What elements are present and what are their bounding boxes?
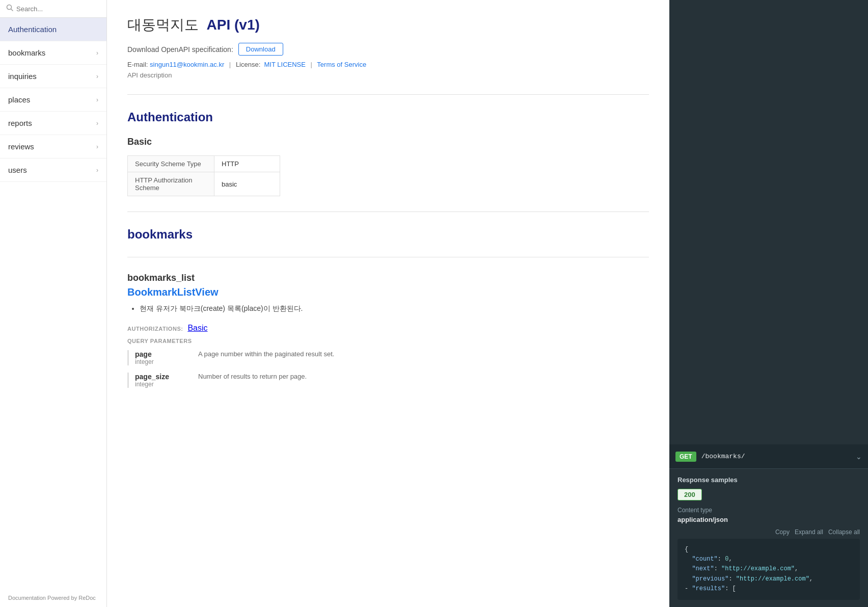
expand-all-button[interactable]: Expand all — [795, 529, 823, 536]
section-divider-bookmarks2 — [127, 257, 649, 257]
right-panel-top — [669, 0, 868, 444]
table-row: Security Scheme Type HTTP — [128, 156, 280, 172]
sidebar-item-bookmarks[interactable]: bookmarks › — [0, 41, 106, 65]
chevron-right-icon: › — [96, 73, 98, 80]
endpoint-title: bookmarks_list — [127, 273, 649, 283]
bullet-list: 현재 유저가 북마크(create) 목록(place)이 반환된다. — [127, 304, 649, 313]
page-title: 대동먹지도 API (v1) — [127, 15, 649, 35]
code-block: { "count": 0, "next": "http://example.co… — [677, 539, 860, 600]
terms-link[interactable]: Terms of Service — [317, 61, 366, 68]
param-page-size-row: page_size integer Number of results to r… — [127, 373, 649, 388]
status-badge[interactable]: 200 — [677, 489, 702, 500]
search-input[interactable] — [16, 5, 100, 13]
auth-table: Security Scheme Type HTTP HTTP Authoriza… — [127, 155, 280, 196]
chevron-right-icon: › — [96, 49, 98, 57]
code-line: "next": "http://example.com", — [685, 564, 853, 574]
param-page-size-description: Number of results to return per page. — [198, 373, 307, 380]
table-cell-value: HTTP — [214, 156, 280, 172]
chevron-right-icon: › — [96, 167, 98, 174]
code-line: "previous": "http://example.com", — [685, 574, 853, 584]
param-page-row: page integer A page number within the pa… — [127, 350, 649, 365]
endpoint-bar: GET /bookmarks/ ⌄ — [669, 444, 868, 469]
search-icon — [6, 4, 13, 13]
bookmarks-section-title: bookmarks — [127, 227, 649, 242]
query-params-label: QUERY PARAMETERS — [127, 338, 649, 344]
table-cell-label: Security Scheme Type — [128, 156, 214, 172]
sidebar-item-reviews[interactable]: reviews › — [0, 135, 106, 159]
content-type-label: Content type — [677, 507, 860, 514]
chevron-right-icon: › — [96, 120, 98, 127]
param-page-description: A page number within the paginated resul… — [198, 350, 334, 358]
main-content: 대동먹지도 API (v1) Download OpenAPI specific… — [107, 0, 669, 607]
sidebar-item-inquiries[interactable]: inquiries › — [0, 65, 106, 88]
section-divider-bookmarks — [127, 212, 649, 212]
chevron-down-icon[interactable]: ⌄ — [856, 453, 862, 461]
prev-link[interactable]: "http://example.com" — [736, 575, 809, 583]
table-cell-value: basic — [214, 172, 280, 196]
powered-by-footer: Documentation Powered by ReDoc — [0, 589, 106, 607]
right-panel: GET /bookmarks/ ⌄ Response samples 200 C… — [669, 0, 868, 607]
sidebar-item-users[interactable]: users › — [0, 159, 106, 182]
code-line: - "results": [ — [685, 584, 853, 594]
authorizations-row: AUTHORIZATIONS: Basic — [127, 324, 649, 333]
redoc-link[interactable]: Documentation Powered by ReDoc — [8, 595, 96, 601]
table-row: HTTP Authorization Scheme basic — [128, 172, 280, 196]
sidebar-item-reports[interactable]: reports › — [0, 112, 106, 135]
content-type-value: application/json — [677, 516, 860, 523]
param-page-name: page integer — [135, 350, 186, 365]
sidebar-item-places[interactable]: places › — [0, 88, 106, 112]
method-badge: GET — [675, 452, 696, 462]
code-line: { — [685, 545, 853, 555]
sidebar: Authentication bookmarks › inquiries › p… — [0, 0, 107, 607]
param-page-size-name: page_size integer — [135, 373, 186, 388]
endpoint-path: /bookmarks/ — [701, 453, 851, 460]
auth-section-title: Authentication — [127, 110, 649, 124]
download-row: Download OpenAPI specification: Download — [127, 43, 649, 56]
table-cell-label: HTTP Authorization Scheme — [128, 172, 214, 196]
endpoint-class-title: BookmarkListView — [127, 286, 649, 298]
search-box[interactable] — [0, 0, 106, 18]
download-button[interactable]: Download — [238, 43, 283, 56]
response-section: Response samples 200 Content type applic… — [669, 469, 868, 607]
svg-line-1 — [11, 9, 13, 11]
copy-button[interactable]: Copy — [775, 529, 790, 536]
email-link[interactable]: singun11@kookmin.ac.kr — [150, 61, 224, 68]
collapse-all-button[interactable]: Collapse all — [828, 529, 860, 536]
next-link[interactable]: "http://example.com" — [721, 565, 795, 572]
section-divider-auth — [127, 94, 649, 95]
code-actions: Copy Expand all Collapse all — [677, 529, 860, 536]
code-line: "count": 0, — [685, 555, 853, 564]
list-item: 현재 유저가 북마크(create) 목록(place)이 반환된다. — [140, 304, 649, 313]
meta-row: E-mail: singun11@kookmin.ac.kr | License… — [127, 61, 649, 68]
response-samples-title: Response samples — [677, 476, 860, 484]
api-description: API description — [127, 71, 649, 79]
chevron-right-icon: › — [96, 143, 98, 150]
auth-basic-link[interactable]: Basic — [187, 324, 207, 332]
license-link[interactable]: MIT LICENSE — [264, 61, 306, 68]
chevron-right-icon: › — [96, 96, 98, 103]
sidebar-item-authentication[interactable]: Authentication — [0, 18, 106, 41]
basic-title: Basic — [127, 137, 649, 147]
